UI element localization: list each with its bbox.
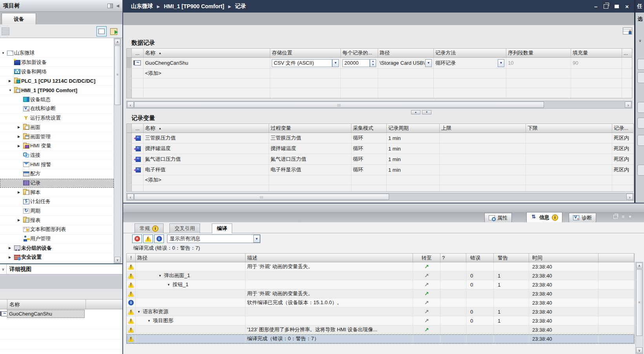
tree-expander-icon[interactable]: ▶	[9, 79, 14, 83]
message-expander-icon[interactable]: ▼	[137, 310, 143, 314]
goto-arrow-icon[interactable]	[424, 282, 429, 287]
tree-item[interactable]: ▶ 安全设置	[0, 253, 114, 262]
tree-expander-icon[interactable]: ▶	[18, 144, 23, 148]
logging-method-cell[interactable]: 循环记录 ▼	[434, 58, 506, 68]
scrollbar-thumb[interactable]: |||	[134, 194, 389, 200]
logging-tag-row[interactable]: 三管膜压力值 三管膜压力值 循环 1 min 死区内	[127, 133, 633, 143]
detail-view-row[interactable]: GuoChengCanShu	[0, 309, 122, 320]
tab-compile[interactable]: 编译	[212, 223, 232, 233]
message-row[interactable]: 软件编译已完成（设备版本：15.1.0.0）。 23:38:40	[127, 298, 634, 307]
message-row[interactable]: 编译完成（错误：0：警告：7） 23:38:40	[127, 334, 634, 343]
column-more2[interactable]: ...	[622, 49, 632, 57]
goto-arrow-icon[interactable]	[424, 318, 429, 323]
column-time[interactable]: 时间	[529, 254, 599, 262]
message-expander-icon[interactable]: ▼	[147, 319, 153, 323]
tree-item[interactable]: ▶ 画面管理	[0, 132, 114, 142]
datalog-hscrollbar[interactable]: ‹ ||| ›	[126, 101, 632, 109]
tag-name-cell[interactable]: 氮气进口压力值	[144, 154, 269, 164]
add-log-label[interactable]: <添加>	[144, 69, 270, 78]
tree-expander-icon[interactable]: ▶	[18, 125, 23, 129]
tab-info[interactable]: 信息 i	[526, 212, 562, 222]
tree-item[interactable]: 记录	[0, 179, 114, 188]
export-table-button[interactable]	[109, 26, 119, 36]
lower-limit-cell[interactable]	[526, 154, 612, 164]
tree-expander-icon[interactable]: ▼	[2, 51, 7, 55]
message-vscrollbar[interactable]: ∧ ≡ ∨	[635, 262, 643, 354]
log-mode-cell[interactable]: 死区内	[612, 133, 633, 143]
restore-button[interactable]	[604, 4, 608, 9]
column-segments[interactable]: 序列段数量	[506, 49, 571, 57]
process-tag-cell[interactable]: 电子秤显示值	[269, 165, 351, 175]
filter-dropdown-button[interactable]: ▼	[253, 235, 260, 243]
storage-location-cell[interactable]: CSV 文件 (ASCII) ▼	[270, 58, 341, 68]
collapse-detail-view-icon[interactable]: ∨	[0, 264, 7, 274]
tab-properties[interactable]: 属性	[484, 213, 512, 222]
message-row[interactable]: ▼ 语言和资源 0 1 23:38:40	[127, 307, 634, 316]
column-errors[interactable]: 错误	[466, 254, 494, 262]
tree-item[interactable]: ▶ 报表	[0, 216, 114, 225]
log-name-cell[interactable]: GuoChengCanShu	[144, 58, 270, 68]
row-gutter[interactable]	[127, 58, 132, 68]
records-per-log-cell[interactable]: 20000 ▲▼	[341, 58, 378, 68]
tree-item[interactable]: HMI 报警	[0, 160, 114, 169]
process-tag-cell[interactable]: 三管膜压力值	[269, 133, 351, 143]
tag-name-cell[interactable]: 三管膜压力值	[144, 133, 269, 143]
goto-arrow-icon[interactable]	[424, 273, 429, 278]
message-row[interactable]: ▼ 项目图形 0 1 23:38:40	[127, 316, 634, 325]
lower-limit-cell[interactable]	[526, 133, 612, 143]
scroll-right-button[interactable]: ›	[626, 194, 633, 200]
collapse-panel-icon[interactable]: ◀	[116, 4, 119, 8]
logging-cycle-cell[interactable]: 1 min	[387, 143, 440, 154]
upper-limit-cell[interactable]	[440, 143, 526, 154]
tags-add-row[interactable]: <添加>	[127, 175, 633, 185]
message-expander-icon[interactable]: ▼	[158, 274, 164, 278]
breadcrumb-item-device[interactable]: HMI_1 [TP900 Comfort]	[164, 3, 224, 9]
tags-hscrollbar[interactable]: ‹ ||| ›	[126, 193, 634, 201]
task-card-button[interactable]	[637, 165, 644, 176]
message-filter-dropdown[interactable]: 显示所有消息 ▼	[167, 234, 260, 243]
tree-item[interactable]: ▶ 画面	[0, 123, 114, 133]
maximize-button[interactable]	[615, 5, 619, 8]
tree-item[interactable]: 设备和网络	[0, 67, 114, 76]
scroll-right-button[interactable]: ›	[625, 102, 631, 108]
tree-item[interactable]: ▶ 未分组的设备	[0, 243, 114, 253]
tree-item[interactable]: 文本和图形列表	[0, 225, 114, 234]
tree-item[interactable]: 周期	[0, 207, 114, 216]
column-name[interactable]: 名称▲	[144, 124, 269, 133]
tree-scrollbar[interactable]: ∧ ≡ ∨	[114, 38, 121, 263]
tree-expander-icon[interactable]: ▶	[18, 135, 23, 138]
message-row[interactable]: 用于 '外观' 动画的变量丢失。 23:38:40	[127, 262, 634, 271]
tree-item[interactable]: ▼ 山东微球	[0, 49, 114, 58]
acquisition-mode-cell[interactable]: 循环	[351, 165, 387, 175]
column-goto[interactable]: 转至	[413, 254, 440, 262]
goto-arrow-icon[interactable]	[424, 291, 429, 296]
breadcrumb-item-project[interactable]: 山东微球	[131, 3, 153, 10]
process-tag-cell[interactable]: 搅拌罐温度	[269, 143, 351, 154]
tree-sort-icon[interactable]	[2, 27, 9, 35]
tab-devices[interactable]: 设备	[2, 13, 36, 25]
tag-name-cell[interactable]: 搅拌罐温度	[144, 143, 269, 154]
scrollbar-thumb[interactable]: |||	[134, 102, 544, 108]
method-dropdown-button[interactable]: ▼	[498, 59, 504, 67]
acquisition-mode-cell[interactable]: 循环	[351, 154, 387, 164]
filter-info-button[interactable]: i	[154, 234, 164, 243]
upper-limit-cell[interactable]	[440, 133, 526, 143]
row-gutter[interactable]	[127, 154, 132, 164]
tree-item[interactable]: ▼ HMI_1 [TP900 Comfort]	[0, 86, 114, 95]
column-question[interactable]: ?	[440, 254, 466, 262]
column-path[interactable]: 路径	[378, 49, 434, 57]
log-mode-cell[interactable]: 死区内	[612, 154, 633, 164]
scrollbar-thumb[interactable]: ≡	[115, 45, 120, 105]
chevron-down-icon[interactable]: ∨	[636, 38, 644, 43]
tree-item[interactable]: 连接	[0, 151, 114, 160]
column-severity[interactable]: !	[127, 254, 136, 262]
storage-dropdown-button[interactable]: ▼	[332, 59, 339, 67]
records-spinner[interactable]: ▲▼	[370, 59, 376, 67]
process-tag-cell[interactable]: 氮气进口压力值	[269, 154, 351, 164]
column-method[interactable]: 记录方法	[434, 49, 506, 57]
logging-tag-row[interactable]: 电子秤值 电子秤显示值 循环 1 min 死区内	[127, 165, 633, 175]
task-card-button[interactable]	[637, 118, 644, 129]
scrollbar-thumb[interactable]: ≡	[636, 269, 642, 336]
details-view-toggle-button[interactable]	[96, 26, 107, 36]
filter-warnings-button[interactable]	[143, 234, 153, 243]
